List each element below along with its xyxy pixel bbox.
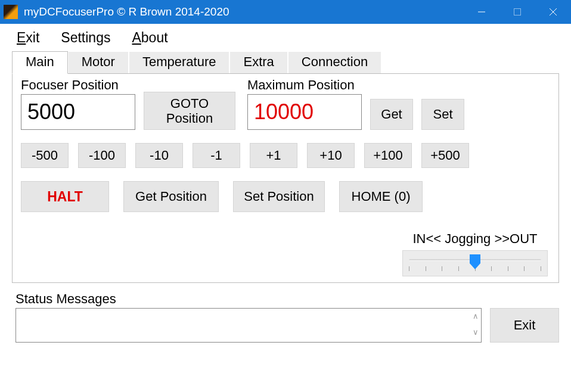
focuser-position-label: Focuser Position (21, 77, 135, 93)
step-minus-10-button[interactable]: -10 (135, 143, 183, 168)
get-position-button[interactable]: Get Position (123, 181, 219, 212)
svg-rect-1 (514, 9, 521, 15)
tab-connection[interactable]: Connection (288, 51, 381, 74)
focuser-position-input[interactable] (21, 94, 135, 130)
window-controls (464, 0, 571, 24)
status-messages-label: Status Messages (15, 291, 559, 307)
scroll-down-icon[interactable]: ∨ (473, 328, 479, 336)
status-messages-box[interactable]: ∧ ∨ (15, 308, 482, 343)
menu-about[interactable]: About (132, 30, 167, 46)
slider-thumb-icon[interactable] (470, 254, 480, 270)
menu-exit[interactable]: Exit (17, 30, 39, 46)
home-button[interactable]: HOME (0) (339, 181, 423, 212)
jogging-label: IN<< Jogging >>OUT (402, 231, 548, 247)
maximum-position-label: Maximum Position (247, 77, 362, 93)
title-bar: myDCFocuserPro © R Brown 2014-2020 (0, 0, 571, 24)
exit-button[interactable]: Exit (490, 308, 559, 343)
scroll-arrows[interactable]: ∧ ∨ (473, 312, 479, 336)
tab-strip: Main Motor Temperature Extra Connection (0, 51, 571, 73)
close-button[interactable] (535, 0, 571, 24)
menu-bar: Exit Settings About (0, 24, 571, 51)
tab-extra[interactable]: Extra (229, 51, 287, 74)
maximize-button[interactable] (499, 0, 535, 24)
set-max-button[interactable]: Set (421, 99, 464, 130)
maximum-position-input[interactable] (247, 94, 362, 130)
menu-settings[interactable]: Settings (61, 30, 110, 46)
step-minus-1-button[interactable]: -1 (193, 143, 240, 168)
status-section: Status Messages ∧ ∨ Exit (0, 283, 571, 343)
set-position-button[interactable]: Set Position (233, 181, 325, 212)
goto-position-button[interactable]: GOTO Position (144, 92, 235, 130)
jogging-block: IN<< Jogging >>OUT (402, 231, 548, 276)
window-title: myDCFocuserPro © R Brown 2014-2020 (24, 5, 464, 18)
step-minus-500-button[interactable]: -500 (21, 143, 69, 168)
tab-main[interactable]: Main (12, 51, 68, 74)
app-icon (4, 5, 18, 19)
scroll-up-icon[interactable]: ∧ (473, 312, 479, 320)
tab-motor[interactable]: Motor (68, 51, 129, 74)
jogging-slider[interactable] (402, 250, 548, 276)
tab-temperature[interactable]: Temperature (129, 51, 230, 74)
step-plus-1-button[interactable]: +1 (250, 143, 297, 168)
step-plus-10-button[interactable]: +10 (307, 143, 355, 168)
step-minus-100-button[interactable]: -100 (78, 143, 126, 168)
minimize-button[interactable] (464, 0, 499, 24)
halt-button[interactable]: HALT (21, 181, 109, 212)
svg-marker-4 (470, 254, 480, 269)
get-max-button[interactable]: Get (370, 99, 413, 130)
step-plus-500-button[interactable]: +500 (421, 143, 469, 168)
tab-panel-main: Focuser Position GOTO Position Maximum P… (12, 73, 559, 283)
step-plus-100-button[interactable]: +100 (364, 143, 412, 168)
